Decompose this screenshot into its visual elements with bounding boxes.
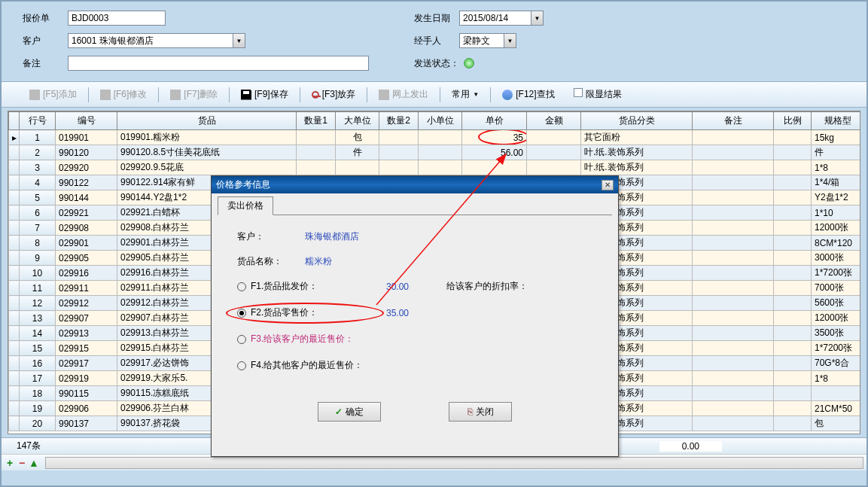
add-button[interactable]: [F5]添加: [21, 85, 85, 104]
publish-button[interactable]: 网上发出: [370, 85, 437, 104]
limit-checkbox[interactable]: 限显结果: [574, 88, 622, 101]
price-reference-dialog: 价格参考信息 ✕ 卖出价格 客户：珠海银都酒店 货品名称：糯米粉 F1.货品批发…: [211, 175, 619, 457]
search-icon: [502, 90, 513, 100]
close-button[interactable]: ⎘关闭: [449, 402, 512, 422]
col-header[interactable]: 单价: [462, 112, 527, 130]
col-header[interactable]: 规格型: [812, 112, 861, 130]
tab-sell-price[interactable]: 卖出价格: [218, 196, 273, 215]
col-header[interactable]: 行号: [20, 112, 56, 130]
form-area: 报价单 发生日期 ▼ 客户 ▼ 经手人 ▼ 备注 发送状态：: [2, 2, 866, 81]
check-icon: ✓: [335, 406, 343, 417]
table-row[interactable]: 3029920029920.9.5花底 叶.纸.装饰系列1*8: [9, 160, 861, 175]
f1-label: F1.货品批发价：: [251, 280, 364, 293]
nav-del-icon[interactable]: −: [17, 458, 27, 468]
nav-add-icon[interactable]: +: [5, 458, 15, 468]
handler-dropdown-button[interactable]: ▼: [504, 33, 516, 48]
date-label: 发生日期: [414, 12, 459, 25]
col-header[interactable]: 货品分类: [581, 112, 693, 130]
table-row[interactable]: 2990120990120.8.5寸佳美花底纸 件 56.00叶.纸.装饰系列件: [9, 145, 861, 160]
dialog-titlebar[interactable]: 价格参考信息 ✕: [212, 176, 618, 193]
delete-button[interactable]: [F7]删除: [162, 85, 226, 104]
discount-label: 给该客户的折扣率：: [446, 280, 528, 293]
radio-f2[interactable]: [237, 309, 246, 318]
dialog-close-button[interactable]: ✕: [602, 180, 614, 190]
nav-ok-icon[interactable]: ▲: [29, 458, 39, 468]
f3-label: F3.给该客户的最近售价：: [251, 333, 354, 345]
footer-total: 0.00: [659, 441, 722, 452]
handler-label: 经手人: [414, 35, 459, 47]
col-header[interactable]: 货品: [117, 112, 297, 130]
send-status-label: 发送状态：: [414, 57, 459, 70]
radio-f4[interactable]: [237, 361, 246, 370]
quote-label: 报价单: [23, 12, 68, 25]
col-header[interactable]: 备注: [693, 112, 774, 130]
customer-dropdown-button[interactable]: ▼: [233, 33, 245, 48]
customer-input[interactable]: [68, 33, 233, 48]
customer-label: 客户: [23, 35, 68, 47]
col-header[interactable]: 金额: [527, 112, 581, 130]
chevron-down-icon: ▼: [473, 91, 479, 98]
add-icon: [29, 90, 40, 100]
handler-input[interactable]: [459, 33, 504, 48]
edit-icon: [100, 90, 111, 100]
common-button[interactable]: 常用 ▼: [443, 85, 487, 104]
col-header[interactable]: 比例: [774, 112, 812, 130]
col-header[interactable]: 编号: [56, 112, 117, 130]
publish-icon: [379, 90, 389, 100]
radio-f3[interactable]: [237, 335, 246, 344]
f2-label: F2.货品零售价：: [251, 306, 364, 319]
annotation-circle-price: [478, 130, 527, 145]
remark-input[interactable]: [68, 56, 369, 71]
f4-label: F4.给其他客户的最近售价：: [251, 359, 363, 372]
abort-icon: [312, 91, 319, 99]
find-button[interactable]: [F12]查找: [494, 85, 562, 104]
date-dropdown-button[interactable]: ▼: [531, 11, 544, 26]
dlg-customer-value: 珠海银都酒店: [305, 230, 359, 243]
f1-value: 30.00: [364, 282, 409, 292]
col-header[interactable]: 数量2: [379, 112, 419, 130]
radio-f1[interactable]: [237, 282, 246, 291]
save-icon: [241, 90, 251, 100]
dlg-customer-label: 客户：: [237, 230, 305, 243]
edit-button[interactable]: [F6]修改: [92, 85, 156, 104]
dlg-product-value: 糯米粉: [305, 255, 332, 268]
col-header[interactable]: 小单位: [419, 112, 462, 130]
row-count: 147条: [17, 440, 41, 452]
door-icon: ⎘: [468, 406, 473, 417]
dlg-product-label: 货品名称：: [237, 255, 305, 268]
ok-button[interactable]: ✓确定: [318, 402, 381, 422]
f2-value: 35.00: [364, 308, 409, 318]
toolbar: [F5]添加 [F6]修改 [F7]删除 [F9]保存 [F3]放弃 网上发出 …: [2, 81, 866, 108]
quote-input[interactable]: [68, 11, 166, 26]
delete-icon: [170, 90, 181, 100]
col-header[interactable]: 数量1: [297, 112, 336, 130]
date-input[interactable]: [459, 11, 531, 26]
col-header[interactable]: 大单位: [336, 112, 379, 130]
abort-button[interactable]: [F3]放弃: [303, 85, 364, 104]
h-scrollbar[interactable]: [45, 457, 863, 469]
dialog-title: 价格参考信息: [216, 178, 270, 191]
send-status-icon: [464, 58, 474, 68]
remark-label: 备注: [23, 57, 68, 70]
save-button[interactable]: [F9]保存: [233, 85, 297, 104]
table-row[interactable]: ▸ 1019901019901.糯米粉 包 35其它面粉15kg: [9, 130, 861, 145]
